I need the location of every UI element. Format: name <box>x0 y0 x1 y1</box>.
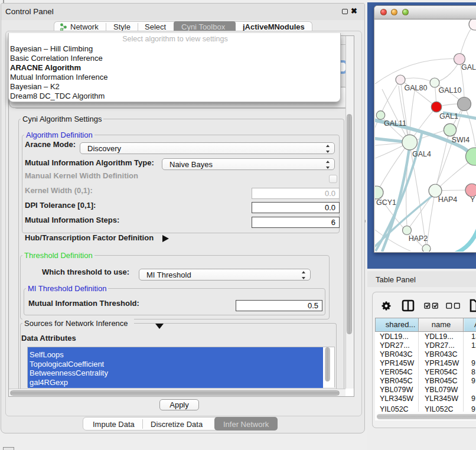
svg-text:HAP4: HAP4 <box>438 195 458 204</box>
svg-text:GAL11: GAL11 <box>384 119 406 128</box>
svg-text:GAL4: GAL4 <box>412 150 431 158</box>
svg-text:Y: Y <box>470 195 475 204</box>
svg-text:GAL7: GAL7 <box>461 63 476 71</box>
svg-text:GAL1: GAL1 <box>439 112 458 120</box>
svg-text:GAL10: GAL10 <box>439 86 462 94</box>
svg-text:SWI4: SWI4 <box>452 136 470 144</box>
svg-text:GAL80: GAL80 <box>405 84 428 92</box>
svg-text:GCY1: GCY1 <box>376 198 396 207</box>
svg-text:HAP2: HAP2 <box>409 234 428 243</box>
